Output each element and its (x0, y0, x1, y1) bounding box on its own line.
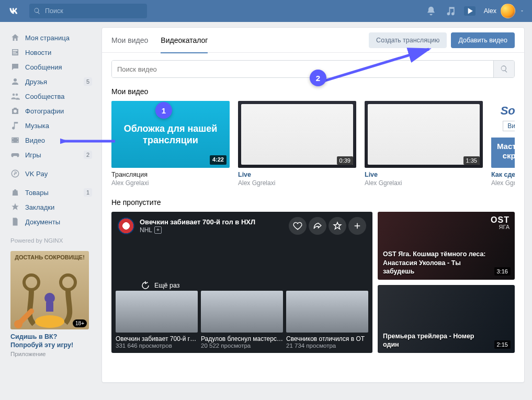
promo-banner: ДОСТАНЬ СОКРОВИЩЕ! 18+ (10, 251, 89, 329)
app-header: Alex (0, 0, 532, 22)
sidebar-item-label: Фотографии (25, 107, 64, 115)
global-search-input[interactable] (44, 7, 143, 15)
sidebar-item-label: Игры (25, 151, 41, 159)
promo-caption: Сидишь в ВК? Попробуй эту игру! (10, 333, 89, 350)
sidebar-item-label: VK Pay (25, 170, 48, 178)
video-card[interactable]: Soc Вид Масте скри Как сдела Alex Ggre (491, 101, 515, 187)
bag-icon (10, 188, 20, 197)
promo-block[interactable]: ДОСТАНЬ СОКРОВИЩЕ! 18+ Сидишь в ВК? Попр… (10, 251, 89, 357)
sidebar-item-market[interactable]: Товары1 (7, 185, 94, 200)
video-card[interactable]: 0:39 Live Alex Ggrelaxi (238, 101, 356, 187)
svg-point-3 (35, 315, 64, 328)
sidebar-item-docs[interactable]: Документы (7, 214, 94, 229)
favorite-button[interactable] (329, 217, 346, 235)
video-player-icon[interactable] (464, 6, 476, 16)
duration-badge: 2:15 (494, 340, 511, 349)
subscribe-plus-icon[interactable]: + (154, 226, 162, 234)
add-video-button[interactable]: Добавить видео (451, 32, 515, 48)
sidebar: Моя страница Новости Сообщения Друзья5 С… (7, 27, 94, 360)
sidebar-item-music[interactable]: Музыка (7, 118, 94, 133)
featured-title: Овечкин забивает 700-й гол в НХЛ (140, 218, 255, 226)
video-author: Alex Ggrelaxi (365, 179, 483, 187)
header-username: Alex (484, 7, 496, 15)
camera-icon (10, 106, 20, 116)
promo-banner-text: ДОСТАНЬ СОКРОВИЩЕ! (10, 251, 89, 260)
chip-views: 20 522 просмотра (201, 342, 283, 349)
sidebar-item-vkpay[interactable]: VK Pay (7, 166, 94, 181)
sidebar-item-messages[interactable]: Сообщения (7, 60, 94, 74)
video-title: Live (238, 171, 356, 178)
side-video-card[interactable]: Премьера трейлера - Номер один 2:15 (378, 285, 515, 353)
search-icon (500, 65, 508, 73)
side-video-title: OST Яга. Кошмар тёмного леса: Анастасия … (383, 250, 510, 276)
avatar (501, 4, 515, 18)
pay-icon (10, 169, 20, 178)
sidebar-count: 5 (84, 77, 92, 86)
replay-icon (141, 281, 150, 290)
create-stream-button[interactable]: Создать трансляцию (369, 32, 447, 48)
featured-source: NHL+ (140, 226, 255, 234)
video-thumbnail: Soc Вид Масте скри (491, 101, 515, 168)
svg-rect-5 (46, 302, 53, 312)
svg-point-2 (61, 275, 75, 290)
age-badge: 18+ (73, 319, 87, 327)
star-icon (10, 202, 20, 212)
sidebar-item-label: Документы (25, 218, 60, 226)
notifications-icon[interactable] (424, 4, 438, 18)
annotation-arrow (60, 136, 118, 146)
video-card[interactable]: 1:35 Live Alex Ggrelaxi (365, 101, 483, 187)
sidebar-item-label: Видео (25, 136, 45, 144)
video-title: Как сдела (491, 171, 515, 178)
main-panel: Мои видео Видеокаталог Создать трансляци… (101, 27, 525, 383)
side-video-card[interactable]: OST ЯГА OST Яга. Кошмар тёмного леса: Ан… (378, 212, 515, 280)
sidebar-item-bookmarks[interactable]: Закладки (7, 200, 94, 214)
chip-title: Свечников отличился в ОТ (286, 335, 368, 342)
featured-video[interactable]: Овечкин забивает 700-й гол в НХЛ NHL+ Ещ (111, 212, 372, 353)
svg-line-7 (322, 49, 429, 82)
chip-views: 331 646 просмотров (116, 342, 198, 349)
chip-title: Радулов блеснул мастерс… (201, 335, 283, 342)
like-button[interactable] (289, 217, 307, 235)
sidebar-item-friends[interactable]: Друзья5 (7, 74, 94, 89)
replay-button[interactable]: Ещё раз (141, 281, 180, 290)
sidebar-item-label: Сообщества (25, 93, 65, 100)
sidebar-item-label: Моя страница (25, 34, 70, 42)
search-icon (33, 7, 41, 15)
note-icon (10, 121, 20, 130)
tab-video-catalog[interactable]: Видеокаталог (161, 28, 208, 53)
svg-point-1 (24, 275, 39, 290)
sidebar-item-my-page[interactable]: Моя страница (7, 30, 94, 45)
featured-chip[interactable]: Свечников отличился в ОТ 21 734 просмотр… (286, 291, 368, 349)
duration-badge: 3:16 (494, 267, 511, 276)
sidebar-item-games[interactable]: Игры2 (7, 147, 94, 162)
video-author: Alex Ggrelaxi (111, 179, 230, 187)
tab-my-videos[interactable]: Мои видео (111, 28, 148, 53)
tab-bar: Мои видео Видеокаталог Создать трансляци… (102, 28, 524, 53)
share-button[interactable] (309, 217, 326, 235)
chip-title: Овечкин забивает 700-й г… (116, 335, 198, 342)
video-title: Трансляция (111, 171, 230, 178)
side-video-title: Премьера трейлера - Номер один (383, 332, 510, 349)
header-user-menu[interactable]: Alex (484, 4, 525, 18)
video-search-button[interactable] (493, 61, 514, 77)
featured-chip[interactable]: Овечкин забивает 700-й г… 331 646 просмо… (116, 291, 198, 349)
sidebar-item-label: Товары (25, 189, 49, 197)
video-icon (10, 135, 20, 145)
global-search[interactable] (29, 4, 147, 18)
sidebar-item-photos[interactable]: Фотографии (7, 104, 94, 118)
duration-badge: 4:22 (210, 155, 227, 165)
sidebar-footer: Powered by NGINX (7, 237, 94, 244)
featured-chip[interactable]: Радулов блеснул мастерс… 20 522 просмотр… (201, 291, 283, 349)
vk-logo[interactable] (7, 4, 22, 18)
svg-point-4 (44, 293, 55, 303)
sidebar-item-communities[interactable]: Сообщества (7, 89, 94, 104)
add-button[interactable] (348, 217, 366, 235)
music-icon[interactable] (444, 4, 458, 18)
sidebar-count: 2 (84, 151, 92, 159)
friends-icon (10, 77, 20, 86)
sidebar-count: 1 (84, 188, 92, 197)
channel-logo (118, 218, 134, 234)
chevron-down-icon (519, 8, 525, 14)
sidebar-item-news[interactable]: Новости (7, 45, 94, 60)
promo-subtitle: Приложение (10, 351, 89, 357)
